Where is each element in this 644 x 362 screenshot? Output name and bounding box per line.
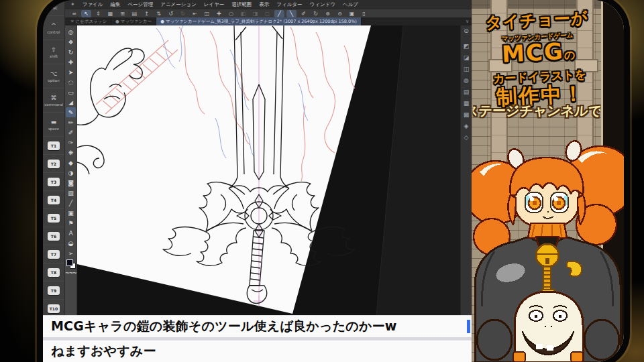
- move-canvas-icon[interactable]: ✚: [214, 10, 224, 17]
- flip-view-icon[interactable]: ⇤: [190, 10, 200, 17]
- fit-to-screen-icon[interactable]: ▣: [347, 10, 357, 17]
- nose: [547, 211, 549, 213]
- selection-launcher-icon[interactable]: ↖: [81, 10, 91, 17]
- color-swatches[interactable]: [66, 259, 76, 269]
- quick-zoom-icon[interactable]: ⊙: [464, 27, 469, 34]
- device-icon[interactable]: ▯: [359, 10, 369, 17]
- redo-icon[interactable]: ↻: [178, 10, 188, 17]
- canvas-thumbnail-icon[interactable]: ▦: [105, 10, 115, 17]
- document-tab-1[interactable]: ✕ にせポスラッシ: [66, 17, 111, 25]
- pencil-tool-icon[interactable]: ✏: [66, 117, 76, 127]
- edge-key-t7[interactable]: T7: [43, 245, 64, 263]
- hand-tool-icon[interactable]: ❖: [66, 37, 76, 47]
- open-file-icon[interactable]: ▤: [129, 10, 140, 17]
- rotate-view-icon[interactable]: ↻: [311, 10, 321, 17]
- mirror-view-icon[interactable]: ◫: [202, 10, 212, 17]
- select-extra-3-icon[interactable]: ▢: [262, 10, 272, 17]
- shift-key-icon: ⇧: [51, 46, 56, 53]
- airbrush-tool-icon[interactable]: ✑: [66, 137, 76, 147]
- layer-icon[interactable]: ▦: [464, 100, 470, 107]
- edge-key-t6[interactable]: T6: [43, 227, 64, 245]
- t1-keycap: T1: [48, 141, 60, 150]
- loop-shape-icon[interactable]: ○: [226, 10, 236, 17]
- zoom-tool-icon[interactable]: ◎: [66, 27, 76, 37]
- eraser-tool-icon[interactable]: ◆: [66, 158, 76, 168]
- frame-tool-icon[interactable]: ▣: [66, 208, 76, 218]
- marquee-tool-icon[interactable]: ▭: [66, 87, 76, 97]
- edge-keyboard: esc^control⇧shift⌥option⌘command▬spaceT1…: [43, 0, 65, 315]
- lasso-tool-icon[interactable]: ◌: [66, 77, 76, 87]
- edge-key-option[interactable]: ⌥option: [43, 64, 64, 88]
- sub-tool-icon[interactable]: ◪: [464, 54, 470, 61]
- rotate-tool-icon[interactable]: ↻: [66, 47, 76, 57]
- select-extra-1-icon[interactable]: ◧: [238, 10, 248, 17]
- edge-key-t8[interactable]: T8: [43, 263, 64, 282]
- edge-key-command[interactable]: ⌘command: [43, 88, 64, 113]
- decoration-tool-icon[interactable]: ❋: [66, 147, 76, 158]
- gradient-tool-icon[interactable]: ▨: [66, 188, 76, 198]
- menu-bar: ✦ ファイル編集ページ管理アニメーションレイヤー選択範囲表示フィルターウィンドウ…: [65, 0, 472, 9]
- color-wheel-icon[interactable]: ◍: [464, 77, 469, 84]
- edge-key-t3[interactable]: T3: [43, 173, 64, 191]
- edge-key-shift[interactable]: ⇧shift: [43, 40, 64, 64]
- navigator-icon[interactable]: ◈: [464, 123, 469, 129]
- polyline-tool-icon[interactable]: ⚑: [66, 218, 76, 228]
- menu-item-5[interactable]: レイヤー: [204, 1, 225, 8]
- snap-to-guide-icon[interactable]: ✐: [299, 10, 309, 17]
- operation-tool-icon[interactable]: ➤: [66, 67, 76, 77]
- menu-item-6[interactable]: 選択範囲: [231, 1, 252, 8]
- correct-line-tool-icon[interactable]: ➢: [66, 248, 76, 258]
- brush-tool-icon[interactable]: ✐: [66, 127, 76, 137]
- snap-to-ruler-icon[interactable]: ╱: [274, 10, 284, 17]
- menu-item-8[interactable]: フィルター: [276, 1, 302, 8]
- transfer-icon[interactable]: ⇅: [154, 10, 164, 17]
- export-icon[interactable]: ↥: [142, 10, 152, 17]
- main-menu-icon[interactable]: ≡: [69, 10, 79, 17]
- balloon-tool-icon[interactable]: ◒: [66, 238, 76, 248]
- edge-key-t1[interactable]: T1: [43, 137, 64, 155]
- edge-key-t9[interactable]: T9: [43, 282, 64, 300]
- move-tool-icon[interactable]: ✚: [66, 57, 76, 67]
- text-tool-icon[interactable]: A: [66, 228, 76, 238]
- right-dock: ⊙◩◪◫◍▤▦▩◈◇: [460, 25, 472, 315]
- app-icon[interactable]: ✦: [70, 1, 75, 7]
- figure-tool-icon[interactable]: ╱: [66, 198, 76, 208]
- pen-tool-icon[interactable]: ✎: [66, 107, 76, 117]
- blend-tool-icon[interactable]: ◑: [66, 168, 76, 178]
- menu-item-3[interactable]: ページ管理: [127, 1, 153, 8]
- color-set-icon[interactable]: ▤: [464, 88, 470, 95]
- snap-to-special-ruler-icon[interactable]: ╲: [286, 10, 297, 17]
- menu-item-1[interactable]: ファイル: [83, 1, 103, 8]
- edge-key-t5[interactable]: T5: [43, 209, 64, 227]
- pixel-character: [472, 131, 624, 362]
- menu-item-4[interactable]: アニメーション: [160, 1, 197, 8]
- zoom-in-icon[interactable]: ⊕: [323, 10, 333, 17]
- new-file-icon[interactable]: ⊞: [117, 10, 127, 17]
- zoom-out-icon[interactable]: ⊖: [335, 10, 345, 17]
- material-icon[interactable]: ◇: [464, 134, 469, 141]
- menu-item-2[interactable]: 編集: [110, 1, 120, 8]
- tab-overflow-chevron[interactable]: ∨: [466, 19, 472, 24]
- fill-tool-icon[interactable]: ◙: [66, 178, 76, 188]
- zipper: [543, 267, 551, 290]
- menu-item-10[interactable]: ヘルプ: [343, 1, 358, 8]
- scroll-grip-icon[interactable]: ~~~: [65, 270, 76, 276]
- menu-item-9[interactable]: ウィンドウ: [310, 1, 335, 8]
- tool-property-icon[interactable]: ◫: [464, 66, 470, 72]
- tool-switcher-icon[interactable]: ⇕: [93, 10, 103, 17]
- menu-item-7[interactable]: 表示: [259, 1, 269, 8]
- eyedropper-tool-icon[interactable]: ◢: [66, 97, 76, 107]
- select-extra-2-icon[interactable]: ◨: [250, 10, 260, 17]
- option-key-label: option: [48, 78, 59, 82]
- undo-icon[interactable]: ↺: [166, 10, 176, 17]
- edge-key-space[interactable]: ▬space: [43, 113, 64, 137]
- layer-property-icon[interactable]: ▩: [464, 111, 470, 118]
- document-tab-3[interactable]: ● マッツァンカードゲーム_第3弾_ラフ_終焉剣ラグナロク2* (3007 x …: [156, 17, 362, 25]
- quick-access-icon[interactable]: ◩: [464, 43, 470, 50]
- edge-key-t4[interactable]: T4: [43, 191, 64, 209]
- edge-key-t2[interactable]: T2: [43, 155, 64, 173]
- document-tab-2[interactable]: ● マッツァンカー: [111, 17, 156, 25]
- edge-key-control[interactable]: ^control: [43, 16, 64, 40]
- control-key-icon: ^: [51, 22, 56, 29]
- canvas-area[interactable]: [77, 25, 460, 315]
